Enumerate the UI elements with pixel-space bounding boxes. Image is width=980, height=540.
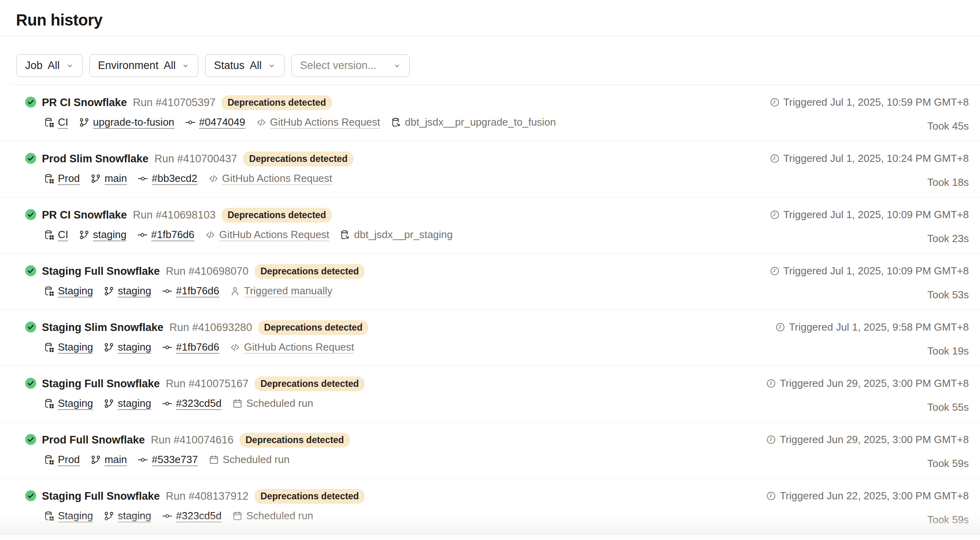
git-commit-icon (162, 342, 172, 353)
job-name: Staging Full Snowflake (42, 265, 160, 278)
triggered-time: Triggered Jun 22, 2025, 3:00 PM GMT+8 (780, 490, 969, 502)
branch-link[interactable]: staging (118, 341, 151, 353)
run-duration: Took 55s (766, 401, 969, 414)
run-number: Run #408137912 (166, 490, 249, 503)
run-row[interactable]: Staging Full Snowflake Run #410698070 De… (0, 254, 980, 310)
deprecations-badge: Deprecations detected (255, 376, 365, 391)
code-icon (256, 117, 267, 128)
run-duration: Took 59s (766, 514, 969, 526)
commit-link[interactable]: #bb3ecd2 (152, 172, 197, 185)
status-filter-value: All (250, 59, 262, 72)
run-row[interactable]: Prod Slim Snowflake Run #410700437 Depre… (0, 141, 980, 197)
version-filter-dropdown[interactable]: Select version... (291, 54, 410, 77)
git-commit-icon (137, 230, 148, 240)
chevron-down-icon (268, 62, 276, 70)
commit-link[interactable]: #323cd5d (176, 510, 221, 522)
page-title: Run history (16, 11, 980, 29)
run-duration: Took 45s (770, 120, 969, 132)
branch-link[interactable]: staging (118, 510, 151, 522)
commit-link[interactable]: #1fb76d6 (151, 229, 194, 241)
job-name: Staging Full Snowflake (42, 490, 160, 503)
run-duration: Took 19s (775, 345, 969, 357)
job-filter-dropdown[interactable]: Job All (16, 54, 83, 77)
commit-link[interactable]: #1fb76d6 (176, 285, 219, 297)
clock-icon (770, 97, 780, 107)
commit-link[interactable]: #533e737 (152, 453, 198, 466)
environment-icon (44, 342, 54, 353)
status-filter-dropdown[interactable]: Status All (205, 54, 285, 77)
run-duration: Took 23s (770, 233, 969, 245)
run-success-icon (25, 209, 37, 221)
database-schema-icon (391, 117, 401, 128)
environment-link[interactable]: Staging (58, 397, 93, 410)
calendar-icon (232, 398, 243, 409)
branch-link[interactable]: main (105, 453, 127, 466)
run-success-icon (25, 265, 37, 277)
calendar-icon (232, 511, 243, 521)
git-commit-icon (185, 117, 196, 128)
environment-filter-dropdown[interactable]: Environment All (89, 54, 199, 77)
run-row[interactable]: PR CI Snowflake Run #410698103 Deprecati… (0, 197, 980, 254)
run-success-icon (25, 321, 37, 333)
page-header: Run history (0, 0, 980, 36)
environment-link[interactable]: Staging (58, 510, 93, 522)
run-success-icon (25, 377, 37, 389)
deprecations-badge: Deprecations detected (255, 489, 365, 504)
run-success-icon (25, 96, 37, 108)
job-name: Prod Slim Snowflake (42, 153, 148, 165)
chevron-down-icon (182, 62, 190, 70)
trigger-label: GitHub Actions Request (219, 229, 329, 241)
trigger-label: Scheduled run (246, 397, 313, 410)
trigger-label: GitHub Actions Request (270, 116, 380, 128)
environment-link[interactable]: Staging (58, 285, 93, 297)
commit-link[interactable]: #1fb76d6 (176, 341, 219, 353)
commit-link[interactable]: #0474049 (199, 116, 245, 128)
run-success-icon (25, 152, 37, 164)
git-commit-icon (138, 455, 148, 465)
status-filter-label: Status (214, 59, 245, 72)
environment-link[interactable]: CI (58, 116, 68, 128)
git-commit-icon (162, 286, 172, 296)
clock-icon (766, 491, 776, 501)
code-icon (205, 230, 215, 240)
environment-link[interactable]: Prod (58, 453, 80, 466)
git-commit-icon (162, 511, 172, 521)
code-icon (208, 173, 219, 184)
git-branch-icon (79, 230, 89, 240)
trigger-label: GitHub Actions Request (222, 172, 332, 185)
job-name: Prod Full Snowflake (42, 434, 145, 446)
commit-link[interactable]: #323cd5d (176, 397, 221, 410)
run-row[interactable]: Staging Slim Snowflake Run #410693280 De… (0, 310, 980, 366)
job-filter-value: All (48, 59, 60, 72)
run-row[interactable]: PR CI Snowflake Run #410705397 Deprecati… (0, 85, 980, 141)
environment-icon (44, 398, 54, 409)
branch-link[interactable]: staging (118, 397, 151, 410)
environment-filter-label: Environment (98, 59, 159, 72)
filter-bar: Job All Environment All Status All Selec… (16, 54, 980, 77)
environment-link[interactable]: CI (58, 229, 68, 241)
deprecations-badge: Deprecations detected (258, 320, 369, 335)
clock-icon (770, 154, 780, 164)
run-number: Run #410075167 (166, 378, 249, 390)
triggered-time: Triggered Jul 1, 2025, 10:24 PM GMT+8 (783, 152, 969, 165)
database-schema-icon (340, 230, 350, 240)
git-commit-icon (138, 173, 148, 184)
run-row[interactable]: Staging Full Snowflake Run #410075167 De… (0, 366, 980, 422)
code-icon (230, 342, 240, 353)
branch-link[interactable]: staging (118, 285, 151, 297)
trigger-label: Scheduled run (246, 510, 313, 522)
trigger-label: Scheduled run (223, 453, 290, 466)
job-filter-label: Job (25, 59, 43, 72)
clock-icon (770, 210, 780, 220)
triggered-time: Triggered Jul 1, 2025, 9:58 PM GMT+8 (789, 321, 969, 333)
branch-link[interactable]: staging (93, 229, 126, 241)
branch-link[interactable]: upgrade-to-fusion (93, 116, 174, 128)
run-row[interactable]: Prod Full Snowflake Run #410074616 Depre… (0, 422, 980, 479)
environment-link[interactable]: Prod (58, 172, 80, 185)
environment-link[interactable]: Staging (58, 341, 93, 353)
run-history-list: PR CI Snowflake Run #410705397 Deprecati… (0, 85, 980, 535)
environment-icon (44, 511, 54, 521)
branch-link[interactable]: main (105, 172, 127, 185)
run-row[interactable]: Staging Full Snowflake Run #408137912 De… (0, 479, 980, 535)
run-number: Run #410700437 (154, 153, 237, 165)
